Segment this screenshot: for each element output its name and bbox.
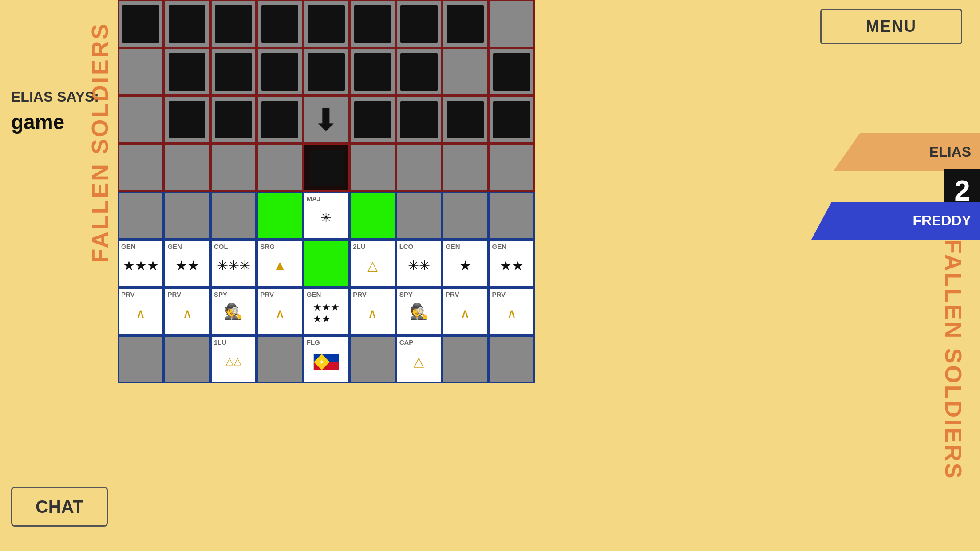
cell-2-5[interactable] <box>303 48 349 96</box>
cell-4-5[interactable] <box>303 144 349 192</box>
board-row-5: MAJ ✳ <box>118 192 535 240</box>
board-row-4 <box>118 144 535 192</box>
cell-1-4[interactable] <box>257 0 303 48</box>
cell-8-3-1lu[interactable]: 1LU △△ <box>210 335 257 383</box>
cell-2-3[interactable] <box>210 48 257 96</box>
cell-1-3[interactable] <box>210 0 257 48</box>
cell-5-4[interactable] <box>257 192 303 240</box>
philippines-flag: ☀ <box>313 354 339 370</box>
cell-5-7[interactable] <box>396 192 442 240</box>
cell-6-4-srg[interactable]: SRG ▲ <box>257 240 303 287</box>
cell-7-2-prv[interactable]: PRV ∧ <box>164 287 210 335</box>
cell-8-2[interactable] <box>164 335 210 383</box>
cell-4-9[interactable] <box>489 144 535 192</box>
left-panel: FALLEN SOLDIERS ELIAS SAYS: game CHAT <box>0 0 120 551</box>
cell-8-7-cap[interactable]: CAP △ <box>396 335 442 383</box>
cell-2-1[interactable] <box>118 48 164 96</box>
cell-2-6[interactable] <box>349 48 395 96</box>
cell-1-1[interactable] <box>118 0 164 48</box>
cell-4-2[interactable] <box>164 144 210 192</box>
cell-5-8[interactable] <box>442 192 488 240</box>
cell-1-9[interactable] <box>489 0 535 48</box>
board-row-2 <box>118 48 535 96</box>
cell-5-2[interactable] <box>164 192 210 240</box>
cell-1-2[interactable] <box>164 0 210 48</box>
down-arrow-icon: ⬇ <box>313 104 339 135</box>
cell-6-9-gen2b[interactable]: GEN ★★ <box>489 240 535 287</box>
cell-6-3-col[interactable]: COL ✳✳✳ <box>210 240 257 287</box>
menu-button[interactable]: MENU <box>820 9 962 44</box>
cell-8-1[interactable] <box>118 335 164 383</box>
cell-4-8[interactable] <box>442 144 488 192</box>
cell-7-8-prv[interactable]: PRV ∧ <box>442 287 488 335</box>
cell-7-9-prv[interactable]: PRV ∧ <box>489 287 535 335</box>
cell-7-5-gen5[interactable]: GEN ★★★★★ <box>303 287 349 335</box>
cell-5-6[interactable] <box>349 192 395 240</box>
cell-3-4[interactable] <box>257 96 303 144</box>
cell-3-5[interactable]: ⬇ <box>303 96 349 144</box>
cell-4-1[interactable] <box>118 144 164 192</box>
cell-6-7-lco[interactable]: LCO ✳✳ <box>396 240 442 287</box>
right-panel: MENU ELIAS 2 FREDDY FALLEN SOLDIERS <box>535 0 980 551</box>
cell-3-1[interactable] <box>118 96 164 144</box>
board-row-3: ⬇ <box>118 96 535 144</box>
cell-6-2-gen2[interactable]: GEN ★★ <box>164 240 210 287</box>
cell-6-8-gen1[interactable]: GEN ★ <box>442 240 488 287</box>
cell-5-3[interactable] <box>210 192 257 240</box>
cell-8-4[interactable] <box>257 335 303 383</box>
board-row-1 <box>118 0 535 48</box>
cell-5-9[interactable] <box>489 192 535 240</box>
cell-2-8[interactable] <box>442 48 488 96</box>
cell-1-5[interactable] <box>303 0 349 48</box>
cell-2-4[interactable] <box>257 48 303 96</box>
cell-8-8[interactable] <box>442 335 488 383</box>
cell-6-5-green[interactable] <box>303 240 349 287</box>
cell-8-6[interactable] <box>349 335 395 383</box>
maj-symbol: ✳ <box>320 210 332 225</box>
cell-5-5-maj[interactable]: MAJ ✳ <box>303 192 349 240</box>
cell-2-2[interactable] <box>164 48 210 96</box>
game-board: ⬇ MAJ ✳ GEN <box>118 0 535 551</box>
cell-7-4-prv[interactable]: PRV ∧ <box>257 287 303 335</box>
cell-6-6-2lu[interactable]: 2LU △ <box>349 240 395 287</box>
cell-1-8[interactable] <box>442 0 488 48</box>
cell-4-7[interactable] <box>396 144 442 192</box>
cell-7-3-spy[interactable]: SPY 🕵 <box>210 287 257 335</box>
cell-3-9[interactable] <box>489 96 535 144</box>
board-row-6: GEN ★★★ GEN ★★ COL ✳✳✳ SRG ▲ 2LU △ LCO ✳… <box>118 240 535 287</box>
cell-3-3[interactable] <box>210 96 257 144</box>
cell-2-9[interactable] <box>489 48 535 96</box>
cell-3-6[interactable] <box>349 96 395 144</box>
board-row-8: 1LU △△ FLG ☀ CAP △ <box>118 335 535 383</box>
elias-score-label: ELIAS <box>929 144 971 160</box>
maj-label: MAJ <box>307 195 321 202</box>
cell-2-7[interactable] <box>396 48 442 96</box>
cell-4-4[interactable] <box>257 144 303 192</box>
cell-8-5-flg[interactable]: FLG ☀ <box>303 335 349 383</box>
cell-3-2[interactable] <box>164 96 210 144</box>
cell-3-7[interactable] <box>396 96 442 144</box>
cell-1-7[interactable] <box>396 0 442 48</box>
elias-says-text: game <box>11 110 64 134</box>
fallen-soldiers-left-label: FALLEN SOLDIERS <box>87 22 113 263</box>
elias-score-bar: ELIAS <box>834 133 980 171</box>
cell-3-8[interactable] <box>442 96 488 144</box>
cell-1-6[interactable] <box>349 0 395 48</box>
elias-says-label: ELIAS SAYS: <box>11 89 99 105</box>
freddy-score-bar: FREDDY <box>811 202 980 240</box>
board-row-7: PRV ∧ PRV ∧ SPY 🕵 PRV ∧ GEN ★★★★★ PRV ∧ … <box>118 287 535 335</box>
cell-7-7-spy[interactable]: SPY 🕵 <box>396 287 442 335</box>
cell-6-1-gen3[interactable]: GEN ★★★ <box>118 240 164 287</box>
cell-8-9[interactable] <box>489 335 535 383</box>
cell-4-3[interactable] <box>210 144 257 192</box>
cell-7-1-prv[interactable]: PRV ∧ <box>118 287 164 335</box>
cell-5-1[interactable] <box>118 192 164 240</box>
freddy-score-label: FREDDY <box>913 213 971 229</box>
cell-4-6[interactable] <box>349 144 395 192</box>
fallen-soldiers-right-label: FALLEN SOLDIERS <box>940 240 967 480</box>
cell-7-6-prv[interactable]: PRV ∧ <box>349 287 395 335</box>
chat-button[interactable]: CHAT <box>11 487 108 527</box>
